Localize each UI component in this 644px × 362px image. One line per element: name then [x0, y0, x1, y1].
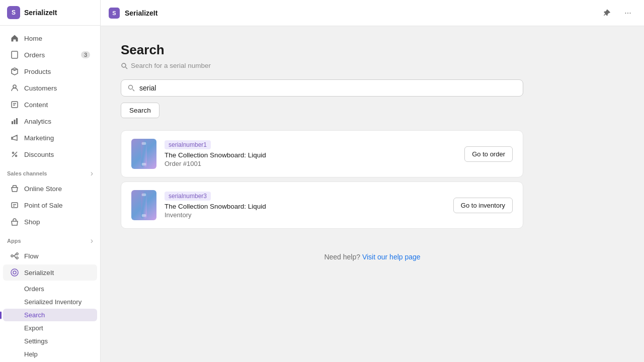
- topbar-more-button[interactable]: ···: [620, 5, 636, 21]
- sidebar-app-logo: S: [7, 6, 20, 19]
- svg-rect-4: [14, 120, 16, 124]
- result-image-1: [131, 190, 156, 220]
- more-icon: ···: [624, 9, 631, 18]
- sidebar-header: S SerializeIt: [0, 0, 100, 26]
- serial-badge-1: serialnumber3: [165, 192, 211, 201]
- sales-channels-expand-icon[interactable]: ›: [91, 169, 93, 178]
- sidebar-item-products-label: Products: [24, 68, 51, 75]
- result-info-0: serialnumber1 The Collection Snowboard: …: [165, 140, 456, 167]
- marketing-icon: [10, 133, 19, 142]
- serializeit-subnav: Orders Serialized Inventory Search Expor…: [0, 281, 100, 362]
- search-button[interactable]: Search: [121, 103, 159, 118]
- sidebar-nav: Home Orders 3 Products Customers Conte: [0, 26, 100, 362]
- sidebar-item-online-store[interactable]: Online Store: [3, 180, 97, 197]
- sidebar-item-pos-label: Point of Sale: [24, 202, 63, 209]
- search-bar: [121, 79, 523, 97]
- sidebar-item-serializeit[interactable]: SerializeIt: [3, 264, 97, 281]
- sidebar-item-pos[interactable]: Point of Sale: [3, 197, 97, 213]
- flow-icon: [10, 251, 19, 260]
- sales-channels-section: Sales channels ›: [0, 163, 100, 180]
- sidebar-item-home[interactable]: Home: [3, 30, 97, 46]
- subnav-orders-label: Orders: [24, 285, 44, 293]
- svg-rect-20: [142, 163, 146, 165]
- serial-badge-0: serialnumber1: [165, 140, 211, 149]
- sidebar-app-name: SerializeIt: [24, 9, 57, 17]
- products-icon: [10, 67, 19, 76]
- subnav-search-label: Search: [24, 311, 45, 319]
- content-area: Search Search for a serial number Search: [101, 26, 644, 362]
- svg-point-9: [11, 255, 13, 257]
- svg-point-12: [11, 269, 18, 276]
- subnav-export-label: Export: [24, 324, 43, 332]
- result-action-1[interactable]: Go to inventory: [453, 198, 513, 213]
- subnav-search[interactable]: Search: [3, 309, 97, 321]
- search-input[interactable]: [139, 84, 517, 92]
- topbar-title: SerializeIt: [125, 9, 157, 17]
- orders-icon: [10, 50, 19, 59]
- svg-point-10: [16, 253, 18, 255]
- result-image-0: [131, 139, 156, 169]
- sidebar-item-online-store-label: Online Store: [24, 185, 62, 193]
- page-subtitle: Search for a serial number: [121, 62, 624, 69]
- subnav-serialized-inventory-label: Serialized Inventory: [24, 298, 82, 306]
- sidebar-item-customers[interactable]: Customers: [3, 80, 97, 96]
- sidebar-item-flow[interactable]: Flow: [3, 248, 97, 264]
- shop-icon: [10, 217, 19, 226]
- topbar-pin-button[interactable]: [599, 5, 615, 21]
- orders-badge: 3: [81, 51, 90, 58]
- home-icon: [10, 34, 19, 43]
- subnav-orders[interactable]: Orders: [3, 283, 97, 295]
- subnav-settings[interactable]: Settings: [3, 335, 97, 347]
- sidebar-item-orders[interactable]: Orders 3: [3, 47, 97, 63]
- subnav-settings-label: Settings: [24, 337, 48, 345]
- result-meta-1: Inventory: [165, 211, 445, 219]
- apps-label: Apps: [7, 238, 21, 244]
- customers-icon: [10, 83, 19, 93]
- result-action-0[interactable]: Go to order: [464, 146, 513, 162]
- serializeit-icon: [10, 268, 19, 277]
- sidebar-item-products[interactable]: Products: [3, 63, 97, 79]
- sidebar-item-content[interactable]: Content: [3, 97, 97, 113]
- svg-point-17: [129, 85, 133, 89]
- sidebar: S SerializeIt Home Orders 3 Products: [0, 0, 101, 362]
- help-text: Need help?: [324, 253, 360, 261]
- main-area: S SerializeIt ··· Search Search for a se…: [101, 0, 644, 362]
- help-link[interactable]: Visit our help page: [362, 253, 421, 261]
- svg-rect-8: [12, 203, 18, 208]
- result-product-0: The Collection Snowboard: Liquid: [165, 151, 456, 159]
- sidebar-item-home-label: Home: [24, 35, 42, 42]
- svg-point-6: [13, 152, 14, 154]
- search-subtitle-text: Search for a serial number: [131, 62, 211, 69]
- svg-rect-0: [12, 51, 18, 58]
- svg-rect-5: [16, 118, 18, 124]
- sidebar-item-marketing[interactable]: Marketing: [3, 130, 97, 146]
- svg-rect-19: [142, 142, 146, 145]
- svg-point-16: [122, 63, 126, 67]
- result-info-1: serialnumber3 The Collection Snowboard: …: [165, 192, 445, 219]
- sidebar-item-serializeit-label: SerializeIt: [24, 269, 54, 277]
- search-bar-icon: [127, 84, 135, 92]
- sidebar-item-flow-label: Flow: [24, 252, 39, 260]
- sales-channels-label: Sales channels: [7, 170, 47, 176]
- results-container: serialnumber1 The Collection Snowboard: …: [121, 130, 523, 229]
- analytics-icon: [10, 117, 19, 126]
- online-store-icon: [10, 184, 19, 193]
- sidebar-item-discounts[interactable]: Discounts: [3, 146, 97, 162]
- page-title: Search: [121, 42, 624, 58]
- sidebar-item-shop[interactable]: Shop: [3, 214, 97, 230]
- subnav-export[interactable]: Export: [3, 322, 97, 334]
- svg-point-11: [16, 257, 18, 259]
- result-card-1: serialnumber3 The Collection Snowboard: …: [121, 182, 523, 229]
- apps-expand-icon[interactable]: ›: [91, 236, 93, 245]
- sidebar-item-customers-label: Customers: [24, 84, 57, 92]
- apps-section: Apps ›: [0, 230, 100, 247]
- sidebar-item-marketing-label: Marketing: [24, 134, 54, 142]
- subnav-help-label: Help: [24, 350, 38, 358]
- sidebar-item-orders-label: Orders: [24, 51, 45, 59]
- sidebar-item-analytics[interactable]: Analytics: [3, 113, 97, 129]
- subnav-serialized-inventory[interactable]: Serialized Inventory: [3, 296, 97, 308]
- svg-rect-2: [12, 102, 18, 108]
- subnav-help[interactable]: Help: [3, 348, 97, 360]
- pos-icon: [10, 201, 19, 210]
- sidebar-item-discounts-label: Discounts: [24, 151, 54, 158]
